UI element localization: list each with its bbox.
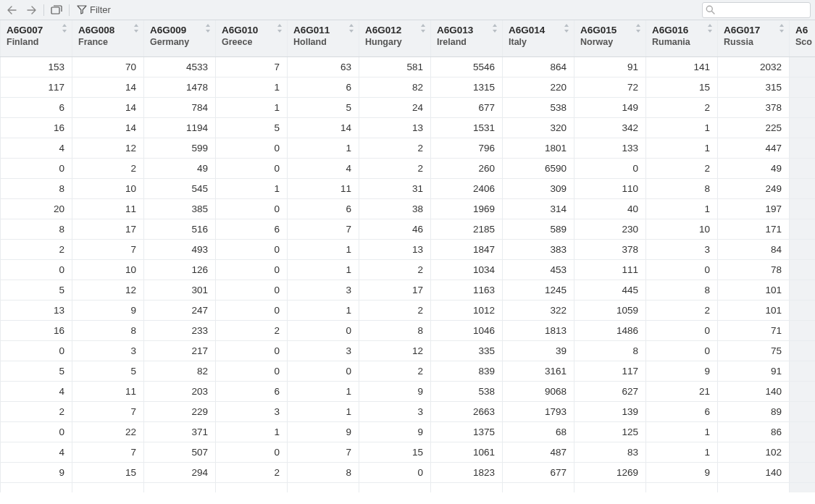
cell[interactable]: 315 xyxy=(718,77,790,97)
cell[interactable]: 1 xyxy=(216,421,288,442)
cell[interactable]: 83 xyxy=(574,442,646,462)
cell[interactable]: 9 xyxy=(646,462,718,482)
cell[interactable]: 4 xyxy=(288,158,359,178)
cell[interactable]: 40 xyxy=(574,198,646,219)
cell[interactable]: 68 xyxy=(503,421,574,442)
cell[interactable]: 5 xyxy=(72,361,144,381)
table-row[interactable]: 915294280182367712699140 xyxy=(1,462,816,482)
table-row[interactable]: 55820028393161117991 xyxy=(1,361,816,381)
cell[interactable]: 2 xyxy=(1,401,72,421)
cell[interactable]: 1 xyxy=(646,198,718,219)
cell[interactable]: 0 xyxy=(1,340,72,361)
table-row[interactable]: 022371199137568125186 xyxy=(1,421,816,442)
column-header[interactable]: A6G011Holland xyxy=(288,20,359,56)
cell[interactable]: 1046 xyxy=(431,320,503,340)
cell[interactable]: 11 xyxy=(72,381,144,401)
cell[interactable]: 1012 xyxy=(431,300,503,320)
cell[interactable]: 2 xyxy=(359,259,431,280)
cell[interactable]: 0 xyxy=(216,300,288,320)
cell[interactable]: 203 xyxy=(144,381,216,401)
cell[interactable]: 16 xyxy=(1,117,72,138)
cell[interactable]: 0 xyxy=(216,198,288,219)
cell[interactable]: 3 xyxy=(216,401,288,421)
nav-forward-button[interactable] xyxy=(23,3,39,17)
cell[interactable]: 1793 xyxy=(503,401,574,421)
cell[interactable]: 2032 xyxy=(718,56,790,77)
cell[interactable]: 10 xyxy=(646,219,718,239)
cell[interactable]: 309 xyxy=(503,178,574,198)
cell[interactable]: 249 xyxy=(718,178,790,198)
cell[interactable]: 82 xyxy=(359,77,431,97)
cell[interactable]: 78 xyxy=(718,259,790,280)
table-row[interactable]: 41259901279618011331447 xyxy=(1,138,816,158)
cell[interactable]: 784 xyxy=(144,97,216,117)
cell[interactable]: 149 xyxy=(574,97,646,117)
cell[interactable]: 86 xyxy=(718,421,790,442)
cell[interactable]: 1 xyxy=(216,178,288,198)
cell[interactable]: 139 xyxy=(574,401,646,421)
horizontal-scroll[interactable]: A6G007FinlandA6G008FranceA6G009GermanyA6… xyxy=(0,20,815,504)
cell[interactable] xyxy=(359,482,431,492)
cell[interactable]: 1 xyxy=(216,77,288,97)
cell[interactable]: 8 xyxy=(646,178,718,198)
cell[interactable]: 6 xyxy=(216,381,288,401)
cell[interactable]: 1486 xyxy=(574,320,646,340)
column-header[interactable]: A6G008France xyxy=(72,20,144,56)
cell[interactable]: 10 xyxy=(72,178,144,198)
cell[interactable]: 12 xyxy=(72,138,144,158)
cell[interactable]: 2 xyxy=(646,97,718,117)
cell[interactable]: 101 xyxy=(718,280,790,300)
cell[interactable]: 2 xyxy=(359,158,431,178)
cell[interactable]: 4 xyxy=(1,381,72,401)
cell[interactable]: 4 xyxy=(1,138,72,158)
cell[interactable]: 140 xyxy=(718,381,790,401)
cell[interactable]: 1 xyxy=(646,421,718,442)
cell[interactable]: 0 xyxy=(216,158,288,178)
cell[interactable]: 153 xyxy=(1,56,72,77)
cell[interactable]: 247 xyxy=(144,300,216,320)
cell[interactable]: 677 xyxy=(503,462,574,482)
cell[interactable] xyxy=(216,482,288,492)
cell[interactable]: 84 xyxy=(718,239,790,259)
cell[interactable]: 9 xyxy=(72,300,144,320)
cell[interactable]: 1813 xyxy=(503,320,574,340)
cell[interactable]: 7 xyxy=(72,442,144,462)
cell[interactable]: 6 xyxy=(216,219,288,239)
cell[interactable]: 0 xyxy=(646,259,718,280)
cell[interactable]: 3 xyxy=(288,280,359,300)
table-row[interactable] xyxy=(1,482,816,492)
cell[interactable]: 0 xyxy=(574,158,646,178)
cell[interactable] xyxy=(72,482,144,492)
cell[interactable]: 1823 xyxy=(431,462,503,482)
cell[interactable]: 2663 xyxy=(431,401,503,421)
cell[interactable]: 225 xyxy=(718,117,790,138)
table-row[interactable]: 168233208104618131486071 xyxy=(1,320,816,340)
cell[interactable]: 12 xyxy=(359,340,431,361)
sort-indicator-icon[interactable] xyxy=(277,24,284,33)
cell[interactable]: 516 xyxy=(144,219,216,239)
cell[interactable]: 15 xyxy=(646,77,718,97)
cell[interactable]: 1 xyxy=(288,138,359,158)
cell[interactable]: 7 xyxy=(288,219,359,239)
cell[interactable]: 2 xyxy=(216,320,288,340)
cell[interactable]: 2 xyxy=(72,158,144,178)
sort-indicator-icon[interactable] xyxy=(779,24,786,33)
cell[interactable]: 2406 xyxy=(431,178,503,198)
table-row[interactable]: 61478415246775381492378 xyxy=(1,97,816,117)
cell[interactable]: 7 xyxy=(216,56,288,77)
cell[interactable]: 599 xyxy=(144,138,216,158)
cell[interactable]: 111 xyxy=(574,259,646,280)
cell[interactable]: 12 xyxy=(72,280,144,300)
cell[interactable]: 15 xyxy=(359,442,431,462)
cell[interactable] xyxy=(574,482,646,492)
cell[interactable]: 342 xyxy=(574,117,646,138)
column-header[interactable]: A6G015Norway xyxy=(574,20,646,56)
cell[interactable]: 14 xyxy=(72,97,144,117)
table-row[interactable]: 139247012101232210592101 xyxy=(1,300,816,320)
cell[interactable]: 1 xyxy=(288,381,359,401)
cell[interactable]: 2 xyxy=(359,361,431,381)
cell[interactable]: 89 xyxy=(718,401,790,421)
cell[interactable]: 385 xyxy=(144,198,216,219)
cell[interactable]: 1 xyxy=(216,97,288,117)
sort-indicator-icon[interactable] xyxy=(348,24,356,33)
